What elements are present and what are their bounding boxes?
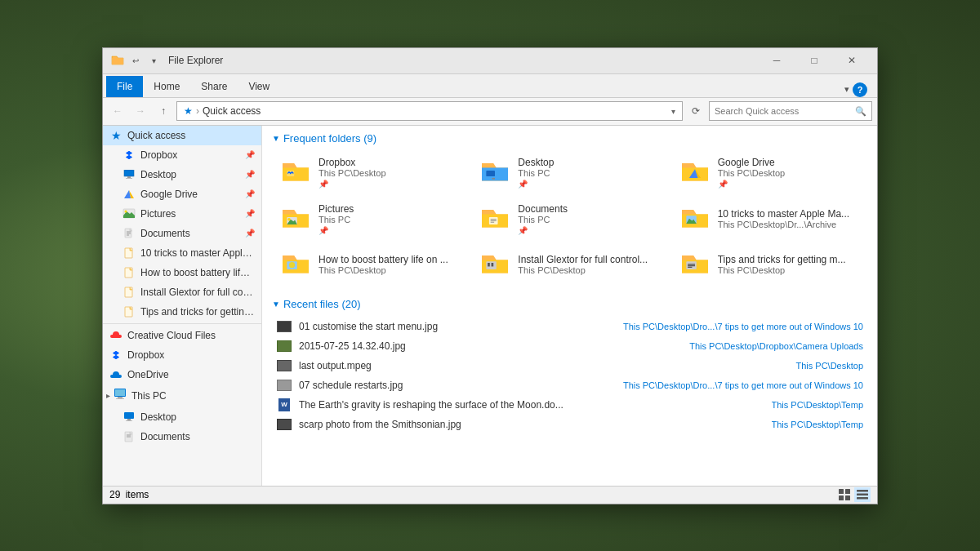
sidebar-item-desktop-nav[interactable]: Desktop <box>103 407 261 427</box>
tab-file[interactable]: File <box>106 76 143 97</box>
file-icon-img6 <box>276 417 292 432</box>
items-count-label: items <box>126 489 149 500</box>
folder-item-pictures[interactable]: Pictures This PC 📌 <box>272 198 468 241</box>
file-icon-img2 <box>276 339 292 353</box>
folder-info-documents: Documents This PC 📌 <box>518 203 660 235</box>
folder-name-tricks: 10 tricks to master Apple Ma... <box>718 208 860 220</box>
minimize-button[interactable]: ─ <box>758 47 795 73</box>
list-view-button[interactable] <box>854 487 871 502</box>
maximize-button[interactable]: □ <box>795 47 833 73</box>
folder-path-glextor: This PC\Desktop <box>518 265 660 275</box>
path-dropdown-icon[interactable]: ▾ <box>671 107 675 116</box>
folder-info-glextor: Install Glextor for full control... This… <box>518 254 660 275</box>
sidebar-label-this-pc: This PC <box>131 390 167 402</box>
sidebar-item-documents-pinned[interactable]: Documents 📌 <box>103 224 261 243</box>
file-name-5: The Earth's gravity is reshaping the sur… <box>299 399 772 411</box>
file-item-5[interactable]: W The Earth's gravity is reshaping the s… <box>272 395 867 415</box>
folder-info-tricks: 10 tricks to master Apple Ma... This PC\… <box>718 208 860 229</box>
sidebar-label-tips-file: Tips and tricks for getting m <box>140 306 255 318</box>
folder-path-tips: This PC\Desktop <box>718 265 860 275</box>
file-item-6[interactable]: scarp photo from the Smithsonian.jpg Thi… <box>272 415 867 434</box>
file-item-2[interactable]: 2015-07-25 14.32.40.jpg This PC\Desktop\… <box>272 336 867 356</box>
file-icon-3 <box>122 286 136 299</box>
svg-point-44 <box>287 218 291 221</box>
grid-view-button[interactable] <box>836 487 853 502</box>
svg-rect-28 <box>124 412 134 419</box>
pictures-icon <box>122 207 136 220</box>
ribbon-collapse-icon[interactable]: ▾ <box>844 84 849 95</box>
svg-rect-55 <box>492 263 494 266</box>
pc-icon <box>114 389 127 402</box>
sidebar-item-battery-file[interactable]: How to boost battery life or <box>103 263 261 282</box>
sidebar-item-documents-nav[interactable]: Documents <box>103 427 261 447</box>
dropbox-icon <box>122 149 136 162</box>
folder-info-gdrive: Google Drive This PC\Desktop 📌 <box>718 157 860 189</box>
file-icon-word: W <box>276 398 292 412</box>
file-item-3[interactable]: last output.mpeg This PC\Desktop <box>272 356 867 375</box>
file-item-1[interactable]: 01 customise the start menu.jpg This PC\… <box>272 317 867 336</box>
qat-folder-icon[interactable] <box>109 52 126 69</box>
file-name-4: 07 schedule restarts.jpg <box>299 380 623 391</box>
qat-undo-icon[interactable]: ↩ <box>127 52 144 69</box>
dropbox-nav-icon <box>109 349 122 362</box>
up-button[interactable]: ↑ <box>154 101 173 121</box>
sidebar-item-pictures-pinned[interactable]: Pictures 📌 <box>103 204 261 224</box>
folder-item-battery[interactable]: How to boost battery life on ... This PC… <box>272 244 468 285</box>
sidebar-item-gdrive-pinned[interactable]: Google Drive 📌 <box>103 184 261 204</box>
svg-rect-30 <box>126 420 132 421</box>
svg-rect-65 <box>857 494 868 496</box>
folder-item-gdrive[interactable]: Google Drive This PC\Desktop 📌 <box>671 151 867 194</box>
sidebar-item-this-pc[interactable]: ▸ This PC <box>103 384 261 407</box>
folder-item-desktop[interactable]: Desktop This PC 📌 <box>471 151 667 194</box>
svg-rect-66 <box>857 497 868 500</box>
tab-view[interactable]: View <box>238 76 280 97</box>
close-button[interactable]: ✕ <box>833 47 871 73</box>
sidebar-item-quick-access[interactable]: ★ Quick access <box>103 126 261 145</box>
folder-item-tips[interactable]: Tips and tricks for getting m... This PC… <box>671 244 867 285</box>
folder-item-tricks[interactable]: 10 tricks to master Apple Ma... This PC\… <box>671 198 867 241</box>
help-icon[interactable]: ? <box>853 82 867 97</box>
frequent-folders-header[interactable]: ▼ Frequent folders (9) <box>272 132 867 144</box>
sidebar-label-battery-file: How to boost battery life or <box>140 267 255 278</box>
tab-home[interactable]: Home <box>143 76 190 97</box>
sidebar-divider-1 <box>103 323 261 324</box>
folder-pin-documents: 📌 <box>518 226 660 235</box>
folder-item-dropbox[interactable]: Dropbox This PC\Desktop 📌 <box>272 151 468 194</box>
recent-files-header[interactable]: ▼ Recent files (20) <box>272 298 867 310</box>
address-path[interactable]: ★ › Quick access ▾ <box>176 101 683 121</box>
sidebar-item-dropbox-nav[interactable]: Dropbox <box>103 345 261 365</box>
folder-name-documents: Documents <box>518 203 660 215</box>
tab-share[interactable]: Share <box>190 76 238 97</box>
address-bar: ← → ↑ ★ › Quick access ▾ ⟳ 🔍 <box>103 98 877 126</box>
sidebar-item-tricks-file[interactable]: 10 tricks to master Apple M <box>103 243 261 263</box>
file-item-4[interactable]: 07 schedule restarts.jpg This PC\Desktop… <box>272 375 867 395</box>
search-box[interactable]: 🔍 <box>709 101 872 121</box>
svg-rect-27 <box>116 398 124 399</box>
sidebar-item-creative-cloud[interactable]: Creative Cloud Files <box>103 326 261 345</box>
word-icon: W <box>278 398 290 411</box>
folder-item-documents[interactable]: Documents This PC 📌 <box>471 198 667 241</box>
sidebar-item-dropbox-pinned[interactable]: Dropbox 📌 <box>103 145 261 165</box>
sidebar-item-glextor-file[interactable]: Install Glextor for full contrc <box>103 282 261 302</box>
ribbon-expand-area: ▾ ? <box>838 82 874 97</box>
folder-icon-documents <box>479 204 511 233</box>
sidebar-item-desktop-pinned[interactable]: Desktop 📌 <box>103 165 261 184</box>
sidebar-item-onedrive[interactable]: OneDrive <box>103 365 261 384</box>
refresh-button[interactable]: ⟳ <box>686 101 706 121</box>
file-path-3: This PC\Desktop <box>795 361 863 371</box>
forward-button[interactable]: → <box>131 101 150 121</box>
folder-item-glextor[interactable]: Install Glextor for full control... This… <box>471 244 667 285</box>
folders-grid: Dropbox This PC\Desktop 📌 <box>272 151 867 285</box>
desktop-icon <box>122 168 136 181</box>
svg-point-52 <box>289 262 295 268</box>
sidebar: ★ Quick access Dropbox 📌 Desktop 📌 <box>103 126 262 486</box>
sidebar-label-pictures-pinned: Pictures <box>140 208 245 220</box>
qat-dropdown-icon[interactable]: ▾ <box>145 52 162 69</box>
file-icon-2 <box>122 266 136 279</box>
folder-path-gdrive: This PC\Desktop <box>718 168 860 178</box>
sidebar-item-tips-file[interactable]: Tips and tricks for getting m <box>103 302 261 322</box>
back-button[interactable]: ← <box>108 101 127 121</box>
folder-pin-gdrive: 📌 <box>718 180 860 189</box>
file-name-2: 2015-07-25 14.32.40.jpg <box>299 340 689 352</box>
search-input[interactable] <box>715 106 855 116</box>
